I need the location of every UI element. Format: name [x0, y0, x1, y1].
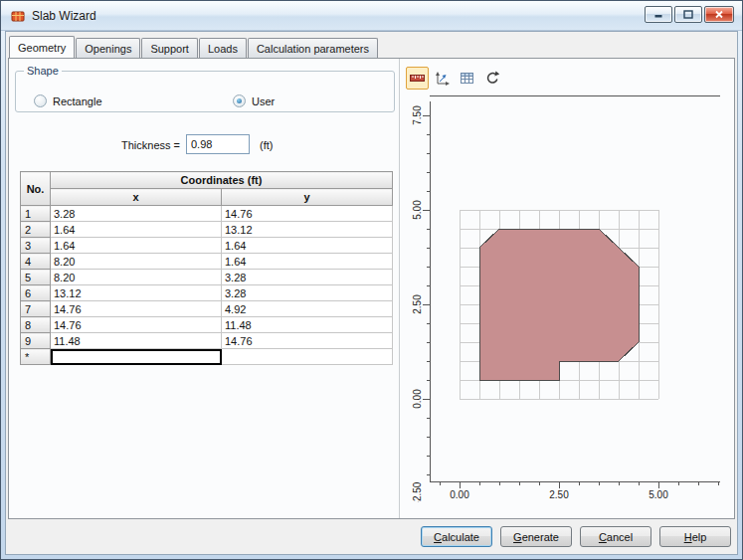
table-row: 814.7611.48	[21, 317, 393, 333]
cell-y-5[interactable]: 3.28	[222, 270, 393, 285]
new-cell-x[interactable]	[51, 349, 222, 365]
coordinates-table: No. Coordinates (ft) x y 13.2814.7621.64…	[20, 171, 393, 365]
cell-x-9[interactable]: 11.48	[51, 333, 222, 349]
help-button[interactable]: Help	[659, 526, 731, 547]
cell-y-9[interactable]: 14.76	[222, 333, 393, 349]
row-header-2[interactable]: 2	[21, 222, 51, 238]
radio-circle[interactable]	[233, 94, 246, 107]
cell-x-8[interactable]: 14.76	[51, 317, 222, 333]
table-row: 48.201.64	[21, 254, 393, 270]
title-bar[interactable]: Slab Wizard	[1, 1, 742, 31]
refresh-icon	[483, 70, 500, 87]
tab-openings[interactable]: Openings	[76, 38, 140, 58]
mesh-tool-button[interactable]	[456, 67, 478, 90]
radio-label: Rectangle	[53, 95, 102, 107]
svg-text:2.50: 2.50	[412, 294, 423, 314]
row-header-3[interactable]: 3	[21, 238, 51, 254]
svg-text:2.50: 2.50	[549, 489, 569, 500]
maximize-icon	[683, 10, 693, 19]
table-row: 613.123.28	[21, 285, 393, 301]
close-icon	[714, 10, 724, 19]
tab-calculation-parameters[interactable]: Calculation parameters	[248, 38, 378, 58]
cell-x-1[interactable]: 3.28	[51, 206, 222, 222]
cell-y-2[interactable]: 13.12	[222, 222, 393, 238]
row-header-7[interactable]: 7	[21, 301, 51, 317]
radio-label: User	[252, 95, 275, 107]
cell-y-1[interactable]: 14.76	[222, 206, 393, 222]
calculate-button[interactable]: Calculate	[421, 526, 492, 547]
dimensions-tool-button[interactable]	[406, 67, 429, 90]
radio-circle[interactable]	[34, 94, 47, 107]
coordinates-rows: 13.2814.7621.6413.1231.641.6448.201.6458…	[21, 206, 393, 365]
cell-x-2[interactable]: 1.64	[51, 222, 222, 238]
window-title: Slab Wizard	[32, 9, 96, 23]
app-icon	[10, 8, 26, 24]
cell-x-7[interactable]: 14.76	[51, 301, 222, 317]
shape-groupbox: Shape RectangleUser	[15, 65, 395, 112]
table-row: 58.203.28	[21, 270, 393, 285]
ruler-icon	[409, 70, 426, 87]
cell-x-3[interactable]: 1.64	[51, 238, 222, 254]
row-header-1[interactable]: 1	[21, 206, 51, 222]
y-column-header[interactable]: y	[222, 189, 393, 206]
row-header-9[interactable]: 9	[21, 333, 51, 349]
new-row-header[interactable]: *	[21, 349, 51, 365]
cell-x-4[interactable]: 8.20	[51, 254, 222, 270]
minimize-icon	[653, 10, 663, 19]
new-cell-y[interactable]	[222, 349, 393, 365]
generate-button[interactable]: Generate	[500, 526, 572, 547]
dialog-body: GeometryOpeningsSupportLoadsCalculation …	[5, 31, 738, 555]
rotate-icon	[434, 70, 451, 87]
radio-rectangle[interactable]: Rectangle	[34, 94, 102, 107]
mesh-grid-icon	[459, 70, 475, 87]
window-controls	[645, 6, 734, 23]
slab-preview-plot: 7.505.002.500.00-2.500.002.505.00	[400, 59, 736, 502]
action-button-row: CalculateGenerateCancelHelp	[6, 526, 731, 547]
no-column-header[interactable]: No.	[21, 172, 51, 206]
tab-support[interactable]: Support	[141, 38, 198, 58]
svg-text:0.00: 0.00	[412, 389, 423, 409]
table-row: 21.6413.12	[21, 222, 393, 238]
x-column-header[interactable]: x	[51, 189, 222, 206]
row-header-4[interactable]: 4	[21, 254, 51, 270]
svg-text:5.00: 5.00	[412, 200, 423, 220]
cell-y-4[interactable]: 1.64	[222, 254, 393, 270]
svg-text:5.00: 5.00	[649, 489, 668, 500]
cancel-button[interactable]: Cancel	[580, 526, 651, 547]
svg-text:7.50: 7.50	[412, 105, 423, 125]
cell-y-3[interactable]: 1.64	[222, 238, 393, 254]
cell-y-7[interactable]: 4.92	[222, 301, 393, 317]
radio-user[interactable]: User	[233, 94, 275, 107]
slab-wizard-window: Slab Wizard GeometryOpeningsSupportLoads…	[0, 0, 743, 560]
tab-loads[interactable]: Loads	[199, 38, 247, 58]
tab-strip: GeometryOpeningsSupportLoadsCalculation …	[9, 37, 379, 58]
coordinates-group-header[interactable]: Coordinates (ft)	[51, 172, 393, 189]
table-row: 911.4814.76	[21, 333, 393, 349]
slab-polygon	[479, 229, 639, 380]
svg-text:0.00: 0.00	[450, 489, 469, 500]
maximize-button[interactable]	[674, 6, 702, 23]
refresh-tool-button[interactable]	[480, 67, 503, 90]
cell-y-6[interactable]: 3.28	[222, 285, 393, 301]
table-row: 13.2814.76	[21, 206, 393, 222]
row-header-6[interactable]: 6	[21, 285, 51, 301]
geometry-tab-page: Shape RectangleUser Thickness = (ft) No.…	[8, 58, 735, 519]
table-row: 31.641.64	[21, 238, 393, 254]
table-row: 714.764.92	[21, 301, 393, 317]
preview-toolbar	[406, 67, 503, 90]
thickness-label: Thickness =	[67, 139, 180, 151]
cell-y-8[interactable]: 11.48	[222, 317, 393, 333]
tab-geometry[interactable]: Geometry	[9, 36, 75, 58]
shape-legend: Shape	[24, 65, 62, 77]
row-header-5[interactable]: 5	[21, 270, 51, 285]
new-row: *	[21, 349, 393, 365]
cell-x-6[interactable]: 13.12	[51, 285, 222, 301]
minimize-button[interactable]	[645, 6, 672, 23]
rotate-tool-button[interactable]	[431, 67, 454, 90]
svg-text:-2.50: -2.50	[412, 481, 423, 502]
thickness-unit: (ft)	[260, 139, 273, 151]
row-header-8[interactable]: 8	[21, 317, 51, 333]
close-button[interactable]	[704, 6, 734, 23]
thickness-input[interactable]	[186, 134, 250, 154]
cell-x-5[interactable]: 8.20	[51, 270, 222, 285]
